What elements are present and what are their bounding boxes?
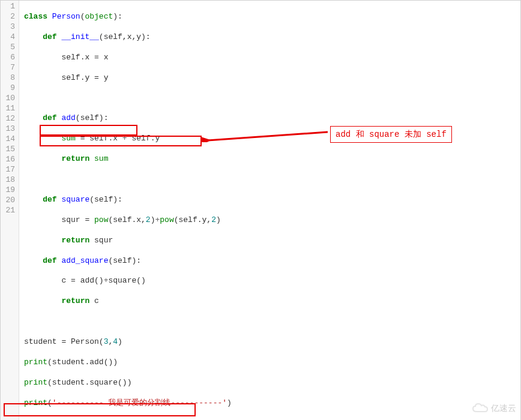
code-line-16[interactable] bbox=[24, 317, 516, 327]
annotation-box: add 和 square 未加 self bbox=[330, 126, 452, 143]
lineno: 3 bbox=[2, 22, 15, 32]
cloud-icon bbox=[472, 402, 489, 414]
lineno: 17 bbox=[2, 165, 15, 175]
annotation-text: add 和 square 未加 self bbox=[336, 130, 447, 139]
highlight-c-eq-add-square bbox=[40, 136, 202, 146]
lineno: 7 bbox=[2, 63, 15, 73]
lineno: 15 bbox=[2, 145, 15, 155]
lineno: 1 bbox=[2, 2, 15, 12]
annotation-arrow-icon bbox=[202, 124, 331, 142]
code-line-4[interactable]: self.y = y bbox=[24, 73, 516, 83]
line-number-gutter: 1 2 3 4 5 6 7 8 9 10 11 12 13 14 15 16 1… bbox=[1, 1, 19, 420]
code-line-6[interactable]: def add(self): bbox=[24, 113, 516, 124]
lineno: 4 bbox=[2, 32, 15, 43]
code-line-18[interactable]: print(student.add()) bbox=[24, 358, 516, 368]
code-line-1[interactable]: class Person(object): bbox=[24, 12, 516, 22]
lineno: 12 bbox=[2, 114, 15, 124]
lineno: 14 bbox=[2, 134, 15, 145]
lineno: 18 bbox=[2, 175, 15, 185]
lineno: 21 bbox=[2, 206, 15, 216]
lineno: 5 bbox=[2, 43, 15, 53]
code-line-8[interactable]: return sum bbox=[24, 154, 516, 164]
code-line-17[interactable]: student = Person(3,4) bbox=[24, 337, 516, 347]
code-line-5[interactable] bbox=[24, 93, 516, 103]
code-line-11[interactable]: squr = pow(self.x,2)+pow(self.y,2) bbox=[24, 215, 516, 226]
code-line-9[interactable] bbox=[24, 175, 516, 185]
lineno: 9 bbox=[2, 83, 15, 94]
code-line-19[interactable]: print(student.square()) bbox=[24, 378, 516, 388]
lineno: 10 bbox=[2, 94, 15, 104]
code-line-3[interactable]: self.x = x bbox=[24, 53, 516, 63]
lineno: 6 bbox=[2, 53, 15, 63]
highlight-def-add-square bbox=[40, 125, 137, 136]
lineno: 2 bbox=[2, 12, 15, 22]
lineno: 13 bbox=[2, 124, 15, 134]
code-line-15[interactable]: return c bbox=[24, 296, 516, 307]
code-line-10[interactable]: def square(self): bbox=[24, 195, 516, 205]
code-line-13[interactable]: def add_square(self): bbox=[24, 256, 516, 266]
code-editor: 1 2 3 4 5 6 7 8 9 10 11 12 13 14 15 16 1… bbox=[0, 0, 521, 420]
svg-line-0 bbox=[208, 132, 328, 140]
watermark: 亿速云 bbox=[472, 402, 516, 414]
highlight-name-error bbox=[4, 403, 196, 416]
lineno: 16 bbox=[2, 155, 15, 165]
lineno: 19 bbox=[2, 185, 15, 196]
lineno: 11 bbox=[2, 104, 15, 114]
lineno: 20 bbox=[2, 196, 15, 206]
code-line-12[interactable]: return squr bbox=[24, 236, 516, 246]
code-body[interactable]: class Person(object): def __init__(self,… bbox=[19, 1, 520, 420]
code-line-2[interactable]: def __init__(self,x,y): bbox=[24, 32, 516, 43]
lineno: 8 bbox=[2, 73, 15, 83]
code-line-14[interactable]: c = add()+square() bbox=[24, 276, 516, 286]
watermark-text: 亿速云 bbox=[491, 403, 516, 413]
